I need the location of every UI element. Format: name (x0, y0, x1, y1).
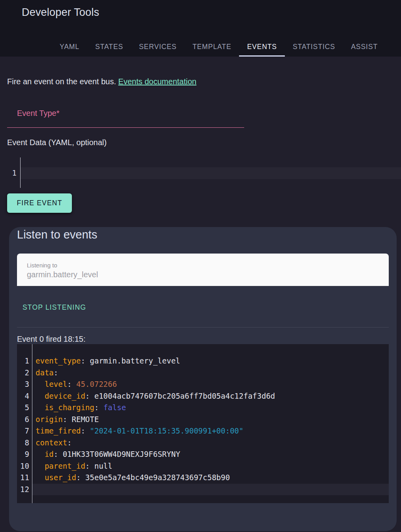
code-token-key: parent_id (45, 462, 85, 470)
events-tab-panel: Fire an event on the event bus. Events d… (0, 76, 401, 531)
events-documentation-link[interactable]: Events documentation (118, 77, 196, 86)
code-token-key: id (45, 450, 54, 458)
fire-event-button[interactable]: FIRE EVENT (7, 193, 72, 213)
code-gutter: 123456789101112 (17, 344, 32, 503)
code-token-punc: : (63, 415, 72, 424)
code-token-plain: 01HK33T06WW4D9NEXJ9F6SRYNY (63, 450, 180, 458)
code-line-number: 8 (17, 437, 29, 449)
code-line: device_id: e1004acb747607bc205a6ff7bd05a… (32, 390, 389, 402)
code-token-plain: e1004acb747607bc205a6ff7bd05a4c12faf3d6d (94, 392, 275, 400)
code-token-punc (36, 462, 45, 470)
event-data-editor[interactable]: 1 (7, 157, 401, 188)
tab-assist[interactable]: ASSIST (343, 38, 386, 57)
stop-listening-button[interactable]: STOP LISTENING (23, 304, 86, 311)
code-token-punc: : (85, 462, 94, 470)
code-line-number: 3 (17, 379, 29, 390)
app-header: Developer Tools YAMLSTATESSERVICESTEMPLA… (0, 0, 401, 57)
code-token-punc: : (54, 368, 58, 377)
editor-content[interactable] (21, 157, 401, 188)
code-lines: event_type: garmin.battery_leveldata: le… (32, 344, 389, 503)
card-divider (17, 327, 389, 328)
code-token-plain: null (94, 462, 113, 470)
code-token-key: data (36, 368, 54, 377)
code-line (32, 484, 389, 496)
intro-text: Fire an event on the event bus. Events d… (7, 76, 401, 87)
tab-template[interactable]: TEMPLATE (184, 38, 239, 57)
tab-yaml[interactable]: YAML (52, 38, 87, 57)
intro-text-span: Fire an event on the event bus. (7, 77, 118, 86)
code-line: data: (32, 367, 389, 379)
code-token-punc: : (67, 438, 72, 447)
code-line: id: 01HK33T06WW4D9NEXJ9F6SRYNY (32, 449, 389, 460)
code-token-punc (36, 473, 45, 482)
tab-bar: YAMLSTATESSERVICESTEMPLATEEVENTSSTATISTI… (0, 38, 401, 57)
page-title: Developer Tools (22, 6, 401, 19)
code-line-number: 11 (17, 472, 29, 484)
code-line-number: 2 (17, 367, 29, 379)
code-line: event_type: garmin.battery_level (32, 355, 389, 367)
code-token-key: level (45, 380, 67, 388)
code-token-key: event_type (36, 356, 81, 365)
code-token-punc (36, 392, 45, 400)
code-token-bool: false (104, 403, 126, 412)
code-line-number: 7 (17, 425, 29, 437)
listening-to-label: Listening to (27, 262, 389, 269)
code-token-key: origin (36, 415, 63, 424)
code-token-punc: : (54, 450, 63, 458)
event-type-label: Event Type* (17, 109, 59, 118)
listening-to-input[interactable]: Listening to garmin.battery_level (17, 254, 389, 286)
editor-active-line[interactable] (21, 167, 401, 179)
editor-line-number: 1 (12, 168, 17, 177)
code-line: time_fired: "2024-01-01T18:15:35.900991+… (32, 425, 389, 437)
code-token-punc: : (67, 380, 76, 388)
code-token-key: user_id (45, 473, 76, 482)
code-token-plain: 35e0e5a7e4bc49e9a328743697c58b90 (85, 473, 230, 482)
listening-to-value: garmin.battery_level (27, 270, 389, 279)
code-line: level: 45.072266 (32, 379, 389, 390)
code-token-key: device_id (45, 392, 85, 400)
code-token-key: is_charging (45, 403, 94, 412)
code-line: context: (32, 437, 389, 449)
listen-to-events-card: Listen to events Listening to garmin.bat… (9, 227, 397, 531)
listen-card-title: Listen to events (17, 227, 389, 242)
code-line-number: 12 (17, 484, 29, 496)
code-token-punc: : (81, 426, 90, 435)
code-line: is_charging: false (32, 402, 389, 414)
code-line-number: 1 (17, 355, 29, 367)
event-type-input[interactable]: Event Type* (7, 101, 244, 128)
code-token-key: time_fired (36, 426, 81, 435)
code-token-punc (36, 380, 45, 388)
code-line: user_id: 35e0e5a7e4bc49e9a328743697c58b9… (32, 472, 389, 484)
code-token-key: context (36, 438, 67, 447)
editor-gutter: 1 (7, 157, 21, 188)
code-token-punc: : (94, 403, 104, 412)
code-token-punc (36, 450, 45, 458)
tab-services[interactable]: SERVICES (131, 38, 184, 57)
event-data-label: Event Data (YAML, optional) (7, 137, 401, 148)
code-token-punc (36, 403, 45, 412)
tab-events[interactable]: EVENTS (239, 38, 284, 57)
code-line-number: 4 (17, 390, 29, 402)
tab-states[interactable]: STATES (87, 38, 131, 57)
code-line-number: 5 (17, 402, 29, 414)
code-token-plain: REMOTE (72, 415, 99, 424)
code-token-punc: : (81, 356, 90, 365)
tab-statistics[interactable]: STATISTICS (285, 38, 343, 57)
code-token-str: "2024-01-01T18:15:35.900991+00:00" (90, 426, 243, 435)
event-output-code: 123456789101112 event_type: garmin.batte… (17, 344, 389, 503)
code-token-punc: : (76, 473, 85, 482)
code-token-plain: garmin.battery_level (90, 356, 180, 365)
event-fired-header: Event 0 fired 18:15: (17, 334, 389, 344)
code-line-number: 9 (17, 449, 29, 460)
code-line-number: 6 (17, 414, 29, 426)
code-line: origin: REMOTE (32, 414, 389, 426)
code-token-punc: : (85, 392, 94, 400)
code-line: parent_id: null (32, 460, 389, 472)
code-token-num: 45.072266 (76, 380, 117, 388)
code-line-number: 10 (17, 460, 29, 472)
